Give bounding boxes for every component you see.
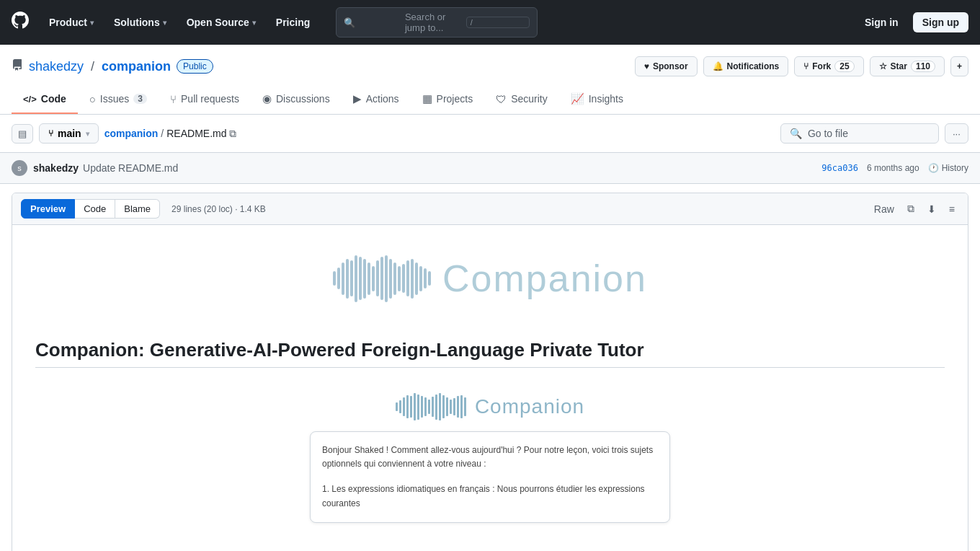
repo-owner-link[interactable]: shakedzy: [29, 59, 84, 74]
view-tab-preview[interactable]: Preview: [21, 199, 75, 219]
branch-chevron-icon: ▾: [86, 130, 89, 138]
history-button[interactable]: 🕐 History: [928, 163, 968, 173]
list-icon-button[interactable]: ≡: [945, 200, 959, 218]
copy-path-button[interactable]: ⧉: [229, 128, 236, 140]
heart-icon: ♥: [644, 61, 649, 71]
repo-visibility-badge: Public: [177, 59, 213, 74]
chat-box: Bonjour Shaked ! Comment allez-vous aujo…: [310, 431, 670, 523]
view-tabs: Preview Code Blame: [21, 199, 160, 219]
star-button[interactable]: ☆ Star 110: [870, 56, 945, 76]
breadcrumb-separator: /: [161, 128, 164, 139]
star-count: 110: [911, 61, 935, 72]
branch-selector[interactable]: ⑂ main ▾: [39, 123, 99, 144]
fork-icon: ⑂: [803, 61, 808, 71]
demo-logo-text: Companion: [475, 395, 584, 418]
file-view-header: Preview Code Blame 29 lines (20 loc) · 1…: [12, 193, 968, 225]
breadcrumb: companion / README.md ⧉: [104, 128, 237, 140]
sidebar-icon: ▤: [18, 128, 27, 139]
insights-icon: 📈: [571, 92, 584, 105]
chevron-down-icon: ▾: [90, 19, 94, 27]
toggle-sidebar-button[interactable]: ▤: [12, 124, 33, 144]
chat-text-line1: Bonjour Shaked ! Comment allez-vous aujo…: [322, 444, 658, 457]
pull-requests-icon: ⑂: [170, 93, 177, 105]
commit-row: s shakedzy Update README.md 96ca036 6 mo…: [0, 153, 980, 184]
search-icon: 🔍: [344, 17, 399, 28]
companion-logo-text: Companion: [442, 257, 647, 300]
issues-icon: ○: [89, 93, 96, 105]
commit-author[interactable]: shakedzy: [33, 162, 79, 174]
sponsor-button[interactable]: ♥ Sponsor: [635, 56, 698, 76]
go-to-file-label: Go to file: [808, 128, 848, 139]
breadcrumb-file: README.md: [166, 128, 226, 139]
tab-insights[interactable]: 📈 Insights: [559, 85, 635, 114]
commit-sha-link[interactable]: 96ca036: [821, 163, 858, 173]
security-icon: 🛡: [496, 93, 507, 105]
waveform-graphic: [333, 257, 431, 300]
search-placeholder: Search or jump to...: [405, 12, 460, 33]
tab-code[interactable]: </> Code: [12, 85, 78, 114]
history-icon: 🕐: [928, 163, 939, 173]
branch-icon: ⑂: [48, 128, 53, 138]
repo-name-link[interactable]: companion: [102, 59, 171, 74]
repo-type-icon: [12, 59, 23, 74]
add-list-button[interactable]: +: [950, 56, 968, 76]
top-nav: Product ▾ Solutions ▾ Open Source ▾ Pric…: [0, 0, 980, 45]
go-to-file[interactable]: 🔍 Go to file: [780, 123, 939, 144]
repo-title-row: shakedzy / companion Public ♥ Sponsor 🔔 …: [12, 56, 968, 76]
demo-logo: Companion: [35, 394, 945, 420]
view-tab-code[interactable]: Code: [75, 199, 115, 219]
nav-item-solutions[interactable]: Solutions ▾: [108, 12, 172, 32]
chevron-down-icon: ▾: [163, 19, 166, 27]
fork-button[interactable]: ⑂ Fork 25: [794, 56, 863, 76]
chevron-down-icon: ▾: [252, 19, 256, 27]
sign-up-button[interactable]: Sign up: [913, 12, 968, 32]
breadcrumb-repo-link[interactable]: companion: [104, 128, 159, 139]
discussions-icon: ◉: [262, 92, 272, 105]
search-shortcut-kbd: /: [466, 17, 530, 28]
chat-text-line3: 1. Les expressions idiomatiques en franç…: [322, 482, 658, 510]
commit-message: Update README.md: [83, 162, 178, 174]
sign-in-button[interactable]: Sign in: [856, 12, 907, 32]
tab-issues[interactable]: ○ Issues 3: [78, 85, 159, 114]
tab-discussions[interactable]: ◉ Discussions: [251, 85, 342, 114]
actions-icon: ▶: [353, 92, 362, 105]
commit-time: 6 months ago: [867, 163, 919, 173]
download-button[interactable]: ⬇: [923, 200, 940, 218]
raw-button[interactable]: Raw: [870, 200, 899, 218]
search-box[interactable]: 🔍 Search or jump to... /: [336, 7, 538, 38]
readme-heading: Companion: Generative-AI-Powered Foreign…: [35, 339, 945, 368]
tab-projects[interactable]: ▦ Projects: [411, 85, 485, 114]
file-actions: Raw ⧉ ⬇ ≡: [870, 200, 959, 218]
repo-slash: /: [91, 59, 94, 74]
projects-icon: ▦: [422, 92, 432, 105]
nav-item-pricing[interactable]: Pricing: [270, 12, 316, 32]
notifications-button[interactable]: 🔔 Notifications: [703, 56, 789, 76]
copy-content-button[interactable]: ⧉: [903, 200, 919, 218]
more-options-button[interactable]: ···: [945, 123, 968, 144]
chat-text-line2: optionnels qui conviennent à votre nivea…: [322, 457, 658, 471]
nav-auth: Sign in Sign up: [856, 12, 968, 32]
repo-header: shakedzy / companion Public ♥ Sponsor 🔔 …: [0, 45, 980, 115]
companion-logo: Companion: [35, 257, 945, 300]
github-logo-icon[interactable]: [12, 12, 29, 33]
branch-name: main: [58, 128, 81, 139]
repo-tabs: </> Code ○ Issues 3 ⑂ Pull requests ◉ Di…: [12, 85, 968, 114]
readme-demo: Companion Bonjour Shaked ! Comment allez…: [35, 379, 945, 537]
repo-actions: ♥ Sponsor 🔔 Notifications ⑂ Fork 25 ☆ St…: [635, 56, 968, 76]
nav-item-open-source[interactable]: Open Source ▾: [181, 12, 262, 32]
tab-pull-requests[interactable]: ⑂ Pull requests: [159, 85, 251, 114]
search-icon: 🔍: [790, 128, 802, 139]
bell-icon: 🔔: [713, 61, 723, 71]
readme-content: Companion Companion: Generative-AI-Power…: [12, 225, 968, 551]
fork-count: 25: [834, 61, 854, 72]
nav-item-product[interactable]: Product ▾: [43, 12, 99, 32]
file-view: Preview Code Blame 29 lines (20 loc) · 1…: [12, 193, 968, 551]
view-tab-blame[interactable]: Blame: [115, 199, 160, 219]
file-nav: ▤ ⑂ main ▾ companion / README.md ⧉ 🔍 Go …: [0, 115, 980, 153]
readme-logo-area: Companion: [35, 242, 945, 322]
star-icon: ☆: [879, 61, 887, 71]
file-meta: 29 lines (20 loc) · 1.4 KB: [172, 204, 266, 214]
code-icon: </>: [23, 94, 37, 105]
tab-actions[interactable]: ▶ Actions: [342, 85, 411, 114]
tab-security[interactable]: 🛡 Security: [484, 85, 559, 114]
